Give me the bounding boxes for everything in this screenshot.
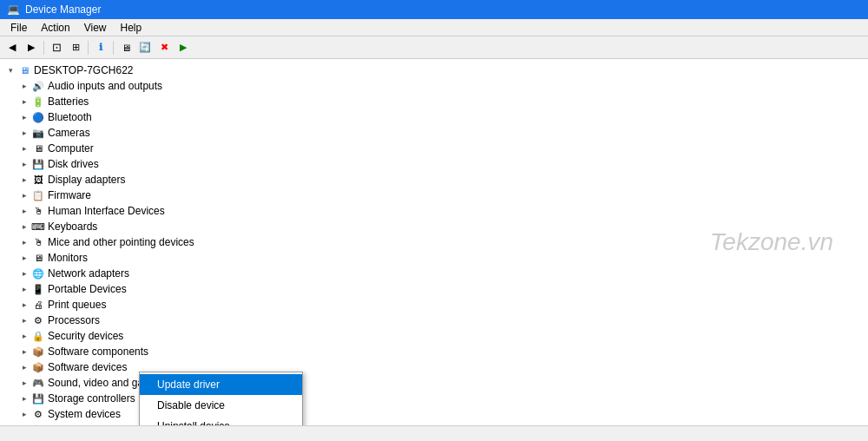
context-menu: Update driver Disable device Uninstall d… — [139, 372, 303, 425]
tree-root[interactable]: 🖥 DESKTOP-7GCH622 — [0, 63, 868, 78]
list-item[interactable]: 📱 Portable Devices — [0, 281, 868, 297]
expander[interactable] — [17, 110, 31, 124]
usb-icon: 🔌 — [31, 423, 45, 425]
system-icon: ⚙ — [31, 407, 45, 421]
list-item[interactable]: 🖼 Display adapters — [0, 172, 868, 188]
item-label: Human Interface Devices — [48, 205, 165, 217]
list-item[interactable]: 🔊 Audio inputs and outputs — [0, 78, 868, 94]
batteries-icon: 🔋 — [31, 95, 45, 109]
list-item[interactable]: 💾 Disk drives — [0, 156, 868, 172]
bluetooth-icon: 🔵 — [31, 110, 45, 124]
mice-icon: 🖱 — [31, 235, 45, 249]
list-item[interactable]: 🎮 Sound, video and game controllers — [0, 375, 868, 391]
list-item[interactable]: 🖨 Print queues — [0, 297, 868, 313]
item-label: Software components — [48, 346, 148, 358]
item-label: Display adapters — [48, 174, 125, 186]
menu-help[interactable]: Help — [114, 20, 149, 36]
item-label: Mice and other pointing devices — [48, 236, 194, 248]
list-item[interactable]: 🔌 Universal Serial Bus controllers — [0, 422, 868, 425]
toolbar-run[interactable]: ▶ — [174, 39, 192, 56]
expander[interactable] — [17, 407, 31, 421]
menu-action[interactable]: Action — [34, 20, 76, 36]
item-label: Batteries — [48, 95, 89, 108]
context-menu-uninstall[interactable]: Uninstall device — [140, 416, 302, 425]
list-item[interactable]: 🔵 Bluetooth — [0, 109, 868, 125]
item-label: Firmware — [48, 189, 91, 201]
software-comp-icon: 📦 — [31, 345, 45, 359]
expander[interactable] — [17, 235, 31, 249]
sound-icon: 🎮 — [31, 376, 45, 390]
root-expander[interactable] — [3, 63, 17, 77]
list-item[interactable]: ⌨ Keyboards — [0, 219, 868, 234]
list-item[interactable]: 🌐 Network adapters — [0, 266, 868, 281]
toolbar-display[interactable]: 🖥 — [117, 39, 135, 56]
expander[interactable] — [17, 157, 31, 171]
storage-icon: 💾 — [31, 392, 45, 405]
expander[interactable] — [17, 142, 31, 155]
keyboard-icon: ⌨ — [31, 220, 45, 234]
toolbar-scan[interactable]: ⊞ — [67, 39, 84, 56]
expander[interactable] — [17, 188, 31, 202]
item-label: Disk drives — [48, 158, 99, 170]
item-label: Keyboards — [48, 220, 97, 233]
cameras-icon: 📷 — [31, 126, 45, 140]
list-item[interactable]: ⚙ System devices — [0, 406, 868, 422]
firmware-icon: 📋 — [31, 188, 45, 202]
expander[interactable] — [17, 95, 31, 109]
toolbar-help[interactable]: ℹ — [92, 39, 109, 56]
list-item[interactable]: 📦 Software components — [0, 344, 868, 359]
list-item[interactable]: 🖱 Mice and other pointing devices — [0, 234, 868, 250]
item-label: Network adapters — [48, 267, 129, 280]
usb-expander[interactable] — [17, 423, 31, 425]
list-item[interactable]: 🖱 Human Interface Devices — [0, 203, 868, 219]
toolbar-remove[interactable]: ✖ — [155, 39, 173, 56]
list-item[interactable]: ⚙ Processors — [0, 313, 868, 328]
expander[interactable] — [17, 376, 31, 390]
toolbar-update[interactable]: 🔄 — [136, 39, 154, 56]
disk-icon: 💾 — [31, 157, 45, 171]
item-label: Software devices — [48, 361, 127, 373]
context-menu-update[interactable]: Update driver — [140, 374, 302, 395]
root-label: DESKTOP-7GCH622 — [34, 64, 134, 76]
item-label: Processors — [48, 314, 100, 326]
security-icon: 🔒 — [31, 329, 45, 343]
expander[interactable] — [17, 298, 31, 312]
title-bar-icon: 💻 — [7, 3, 20, 16]
expander[interactable] — [17, 282, 31, 296]
portable-icon: 📱 — [31, 282, 45, 296]
toolbar-forward[interactable]: ▶ — [23, 39, 40, 56]
toolbar-properties[interactable]: ⊡ — [48, 39, 65, 56]
list-item[interactable]: 🔒 Security devices — [0, 328, 868, 344]
list-item[interactable]: 🖥 Computer — [0, 141, 868, 156]
expander[interactable] — [17, 329, 31, 343]
menu-view[interactable]: View — [77, 20, 114, 36]
list-item[interactable]: 📷 Cameras — [0, 125, 868, 141]
expander[interactable] — [17, 220, 31, 234]
item-label: Cameras — [48, 127, 90, 139]
context-menu-disable[interactable]: Disable device — [140, 395, 302, 416]
expander[interactable] — [17, 313, 31, 327]
expander[interactable] — [17, 251, 31, 265]
expander[interactable] — [17, 173, 31, 187]
list-item[interactable]: 📋 Firmware — [0, 188, 868, 203]
list-item[interactable]: 💾 Storage controllers — [0, 391, 868, 406]
hid-icon: 🖱 — [31, 204, 45, 218]
menu-file[interactable]: File — [3, 20, 34, 36]
item-label: Print queues — [48, 299, 106, 311]
expander[interactable] — [17, 79, 31, 93]
item-label: Computer — [48, 142, 94, 155]
expander[interactable] — [17, 267, 31, 280]
main-area: 🖥 DESKTOP-7GCH622 🔊 Audio inputs and out… — [0, 59, 868, 425]
list-item[interactable]: 📦 Software devices — [0, 359, 868, 375]
expander[interactable] — [17, 345, 31, 359]
list-item[interactable]: 🔋 Batteries — [0, 94, 868, 109]
expander[interactable] — [17, 204, 31, 218]
display-icon: 🖼 — [31, 173, 45, 187]
toolbar-back[interactable]: ◀ — [3, 39, 21, 56]
expander[interactable] — [17, 392, 31, 405]
software-dev-icon: 📦 — [31, 360, 45, 374]
expander[interactable] — [17, 126, 31, 140]
list-item[interactable]: 🖥 Monitors — [0, 250, 868, 266]
expander[interactable] — [17, 360, 31, 374]
processors-icon: ⚙ — [31, 313, 45, 327]
